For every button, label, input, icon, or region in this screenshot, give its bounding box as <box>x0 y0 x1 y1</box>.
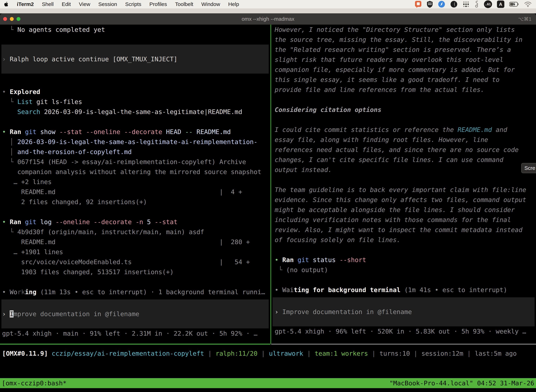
terminal-line: the source tree, missing the essay. Stil… <box>275 35 536 45</box>
text-segment: slight risk that future readers may over… <box>275 56 503 63</box>
terminal-line: • Ran git log --oneline --decorate -n 5 … <box>2 217 270 227</box>
text-segment: team:1 workers <box>315 350 368 357</box>
text-segment: review. Also, I might want to inspect th… <box>275 226 522 233</box>
a-key-icon[interactable]: A <box>497 0 504 8</box>
text-segment: show <box>36 128 55 135</box>
blank-line <box>2 74 270 87</box>
text-segment: │ <box>2 148 17 155</box>
prompt-input[interactable]: › Ralph loop active continue [OMX_TMUX_I… <box>1 45 269 74</box>
text-segment <box>294 256 297 263</box>
text-segment: (no output) <box>286 266 328 273</box>
menu-item-view[interactable]: View <box>79 1 90 7</box>
text-segment: status <box>309 256 336 263</box>
text-segment: • <box>2 128 10 135</box>
text-segment: 4b9d30f (origin/main, instructkr/main, m… <box>17 228 204 236</box>
text-segment: README.md | 4 + <box>2 188 242 196</box>
text-segment: ting for background terminal <box>294 286 400 294</box>
terminal-line: │ and-the-erosion-of-copyleft.md <box>2 147 270 157</box>
terminal-line: README.md | 280 + <box>2 237 270 247</box>
menu-item-shell[interactable]: Shell <box>42 1 54 7</box>
text-segment: 1903 files changed, 513517 insertions(+) <box>2 268 174 275</box>
blank-line <box>2 297 270 299</box>
terminal-line: this single essay, it seems like a good … <box>275 75 536 85</box>
text-segment: last:5m ago <box>475 350 517 357</box>
terminal-line: gpt-5.4 xhigh · main · 91% left · 2.31M … <box>2 328 270 338</box>
blank-line <box>275 275 536 285</box>
sync-bolt-icon[interactable] <box>438 0 445 8</box>
text-segment: └ <box>275 266 286 273</box>
menu-item-scripts[interactable]: Scripts <box>125 1 141 7</box>
terminal-line: essay file, along with finding root file… <box>275 135 536 145</box>
tmux-session-label: [omx-cczip0:bash* <box>2 379 67 387</box>
prompt-input[interactable]: › Improve documentation in @filename <box>1 299 269 328</box>
text-segment: └ <box>2 98 17 105</box>
menu-item-edit[interactable]: Edit <box>62 1 71 7</box>
menu-item-app[interactable]: iTerm2 <box>17 1 34 7</box>
text-segment: | <box>258 350 269 357</box>
text-segment: No agents completed yet <box>17 26 105 33</box>
text-segment: Ran <box>10 128 21 135</box>
text-segment: › <box>2 310 10 317</box>
text-segment: git ls-files <box>33 98 82 105</box>
text-segment: mprove documentation in @filename <box>14 310 139 317</box>
text-segment: Explored <box>10 88 40 95</box>
blank-line <box>2 35 270 45</box>
menu-item-toolbelt[interactable]: Toolbelt <box>175 1 193 7</box>
terminal-line: gpt-5.4 xhigh · 96% left · 520K in · 5.8… <box>275 326 536 336</box>
prompt-input[interactable]: › Improve documentation in @filename <box>273 297 535 326</box>
text-segment: 5 <box>143 218 151 225</box>
crescent-disc-icon[interactable] <box>450 0 458 8</box>
text-segment: and <box>492 126 507 133</box>
text-segment: --oneline <box>52 218 90 225</box>
shield-grid-icon[interactable] <box>427 0 433 8</box>
terminal-line: Search 2026-03-09-is-legal-the-same-as-l… <box>2 107 270 117</box>
grid-dots-icon[interactable] <box>463 1 469 8</box>
text-segment: • <box>275 286 282 294</box>
terminal-line: companion file, especially if more comme… <box>275 65 536 75</box>
text-segment: 2026-03-09-is-legal-the-same-as-legitima… <box>40 108 242 115</box>
blank-line <box>275 295 536 297</box>
apple-icon[interactable] <box>4 2 9 7</box>
wifi-icon[interactable] <box>524 1 532 7</box>
left-terminal-pane[interactable]: └ No agents completed yet› Ralph loop ac… <box>0 25 270 344</box>
terminal-line: The team guideline is to back every impo… <box>275 185 536 195</box>
text-segment: | <box>368 350 379 357</box>
menu-item-session[interactable]: Session <box>98 1 117 7</box>
text-segment <box>48 350 52 357</box>
menu-item-profiles[interactable]: Profiles <box>149 1 167 7</box>
count-badge-icon[interactable]: ..61 <box>484 0 492 8</box>
window-titlebar[interactable]: omx --xhigh --madmax ⌥⌘1 <box>0 13 536 25</box>
text-segment: README.md | 280 + <box>2 238 250 246</box>
text-segment: and-the-erosion-of-copyleft.md <box>17 148 132 155</box>
text-segment: log <box>36 218 52 225</box>
terminal-line: including verification notes with those … <box>275 215 536 225</box>
terminal-line: might be acceptable alongside the file l… <box>275 205 536 215</box>
text-segment: | <box>303 350 315 357</box>
chat-notification-icon[interactable] <box>415 0 422 8</box>
blank-line <box>2 277 270 287</box>
inactive-pane-border <box>271 344 536 345</box>
text-segment: output instead. <box>275 166 332 173</box>
text-segment: └ <box>2 228 17 236</box>
text-segment: changes, I can't cite specific file line… <box>275 156 503 163</box>
text-segment: --decorate <box>120 128 162 135</box>
terminal-line: │ 2026-03-09-is-legal-the-same-as-legiti… <box>2 137 270 147</box>
battery-icon[interactable] <box>509 2 519 7</box>
text-segment: evidence. Since this change only affects… <box>275 196 526 203</box>
menu-bar: iTerm2 Shell Edit View Session Scripts P… <box>0 0 536 9</box>
squiggle-icon[interactable] <box>474 0 479 8</box>
right-terminal-pane[interactable]: However, I noticed the "Directory Struct… <box>271 25 536 344</box>
terminal-line: • Waiting for background terminal (1m 41… <box>275 285 536 295</box>
text-segment: git <box>25 128 36 135</box>
text-segment: session:12m <box>421 350 463 357</box>
screenshot-notification[interactable]: Scre <box>521 163 536 173</box>
terminal-line: • Ran git status --short <box>275 255 536 265</box>
text-segment: Wo <box>10 288 17 296</box>
iterm-window: omx --xhigh --madmax ⌥⌘1 └ No agents com… <box>0 13 536 392</box>
menu-item-window[interactable]: Window <box>201 1 220 7</box>
text-segment: However, I noticed the "Directory Struct… <box>275 26 515 33</box>
text-segment: README.md <box>193 128 231 135</box>
text-segment: • <box>275 256 282 263</box>
menu-item-help[interactable]: Help <box>228 1 239 7</box>
text-segment: └ <box>2 158 17 165</box>
